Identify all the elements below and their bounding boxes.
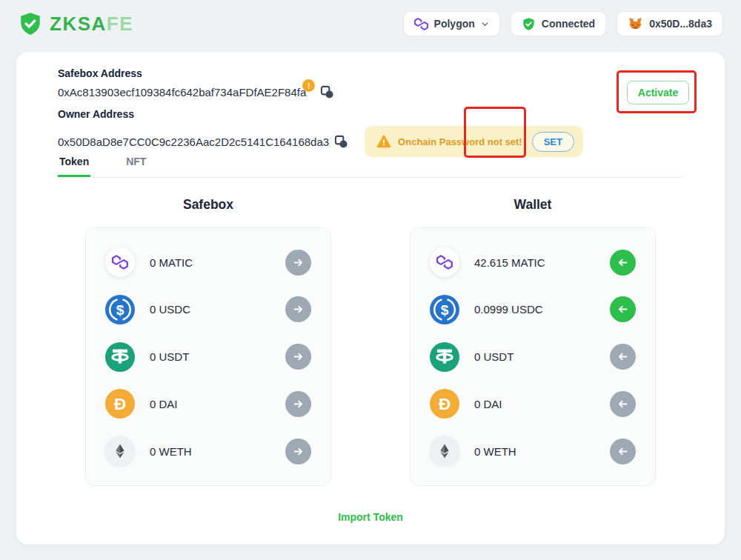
- deposit-usdc-button[interactable]: [285, 296, 311, 322]
- chevron-down-icon: [481, 20, 489, 28]
- deposit-dai-button[interactable]: [285, 391, 311, 417]
- password-warning-text: Onchain Password not set!: [398, 136, 522, 147]
- token-row-dai: Ð 0 DAI: [430, 386, 636, 421]
- usdc-icon: $: [105, 295, 135, 324]
- svg-text:Ð: Ð: [439, 395, 451, 413]
- token-balance-label: 0 MATIC: [150, 256, 193, 269]
- token-balance-label: 0 USDC: [150, 303, 190, 316]
- main-card: Safebox Address 0xAc813903ecf109384fc642…: [16, 52, 725, 544]
- withdraw-usdc-button[interactable]: [610, 296, 636, 322]
- token-row-usdt: 0 USDT: [430, 339, 636, 375]
- withdraw-weth-button[interactable]: [610, 439, 636, 464]
- deposit-usdt-button[interactable]: [285, 344, 311, 370]
- copy-safebox-address-icon[interactable]: [320, 85, 334, 99]
- owner-address-label: Owner Address: [58, 108, 583, 120]
- dai-icon: Ð: [430, 389, 459, 419]
- withdraw-matic-button[interactable]: [610, 250, 636, 276]
- tab-nft[interactable]: NFT: [124, 151, 147, 177]
- wallet-token-panel: 42.615 MATIC $ 0.0999 USDC 0 USDT: [410, 227, 656, 486]
- copy-owner-address-icon[interactable]: [334, 135, 348, 149]
- withdraw-usdt-button[interactable]: [610, 344, 636, 370]
- usdc-icon: $: [430, 295, 459, 324]
- safebox-panel-title: Safebox: [85, 197, 331, 213]
- deposit-weth-button[interactable]: [285, 439, 311, 464]
- polygon-matic-icon: [105, 247, 135, 277]
- safebox-address-value: 0xAc813903ecf109384fc642baf734aFDfAE2F84…: [58, 86, 306, 99]
- token-balance-label: 0.0999 USDC: [474, 303, 543, 316]
- token-balance-label: 0 WETH: [150, 445, 192, 458]
- metamask-fox-icon: [628, 16, 643, 31]
- network-label: Polygon: [434, 18, 475, 30]
- set-password-button[interactable]: SET: [532, 132, 574, 152]
- token-row-matic: 42.615 MATIC: [430, 244, 636, 280]
- owner-address-value: 0x50D8aD8e7CC0C9c2236Aac2D2c5141C164168d…: [58, 136, 329, 148]
- svg-text:$: $: [116, 302, 124, 318]
- token-balance-label: 42.615 MATIC: [474, 256, 545, 269]
- token-balance-label: 0 USDT: [150, 350, 189, 363]
- zksafe-logo: ZKSAFE: [18, 11, 133, 36]
- shield-check-icon: [18, 11, 43, 36]
- safebox-address-label: Safebox Address: [58, 67, 583, 79]
- token-row-dai: Ð 0 DAI: [105, 386, 311, 421]
- shield-check-icon: [522, 17, 536, 31]
- withdraw-dai-button[interactable]: [610, 391, 636, 417]
- account-chip[interactable]: 0x50D...8da3: [617, 11, 723, 36]
- token-row-usdc: $ 0.0999 USDC: [430, 292, 636, 327]
- token-row-usdt: 0 USDT: [105, 339, 311, 375]
- safebox-warning-badge: !: [302, 79, 315, 92]
- token-balance-label: 0 DAI: [474, 398, 502, 410]
- token-balance-label: 0 DAI: [150, 398, 178, 410]
- activate-button[interactable]: Activate: [627, 81, 689, 104]
- account-address-label: 0x50D...8da3: [649, 18, 712, 30]
- svg-text:Ð: Ð: [114, 395, 126, 413]
- import-token-link[interactable]: Import Token: [16, 511, 725, 523]
- usdt-icon: [105, 342, 135, 372]
- warning-triangle-icon: [376, 135, 391, 148]
- token-row-weth: 0 WETH: [430, 433, 636, 469]
- token-balance-label: 0 USDT: [474, 350, 514, 363]
- polygon-icon: [414, 18, 428, 30]
- deposit-matic-button[interactable]: [285, 250, 311, 276]
- token-balance-label: 0 WETH: [474, 445, 516, 458]
- logo-wordmark: ZKSAFE: [50, 14, 133, 33]
- usdt-icon: [430, 342, 459, 372]
- svg-text:$: $: [441, 302, 449, 318]
- weth-icon: [430, 436, 459, 466]
- connection-status-chip[interactable]: Connected: [511, 11, 606, 36]
- top-bar: ZKSAFE Polygon Connected: [0, 0, 741, 47]
- safebox-token-panel: 0 MATIC $ 0 USDC 0 USDT Ð: [85, 227, 331, 486]
- token-nft-tabs: Token NFT: [58, 151, 683, 178]
- token-row-weth: 0 WETH: [105, 433, 311, 469]
- token-row-matic: 0 MATIC: [105, 244, 311, 280]
- token-row-usdc: $ 0 USDC: [105, 292, 311, 327]
- network-selector[interactable]: Polygon: [403, 11, 500, 36]
- polygon-matic-icon: [430, 247, 459, 277]
- dai-icon: Ð: [105, 389, 135, 419]
- wallet-panel-title: Wallet: [410, 197, 656, 213]
- tab-token[interactable]: Token: [58, 151, 90, 177]
- weth-icon: [105, 436, 135, 466]
- connection-status-label: Connected: [542, 18, 595, 30]
